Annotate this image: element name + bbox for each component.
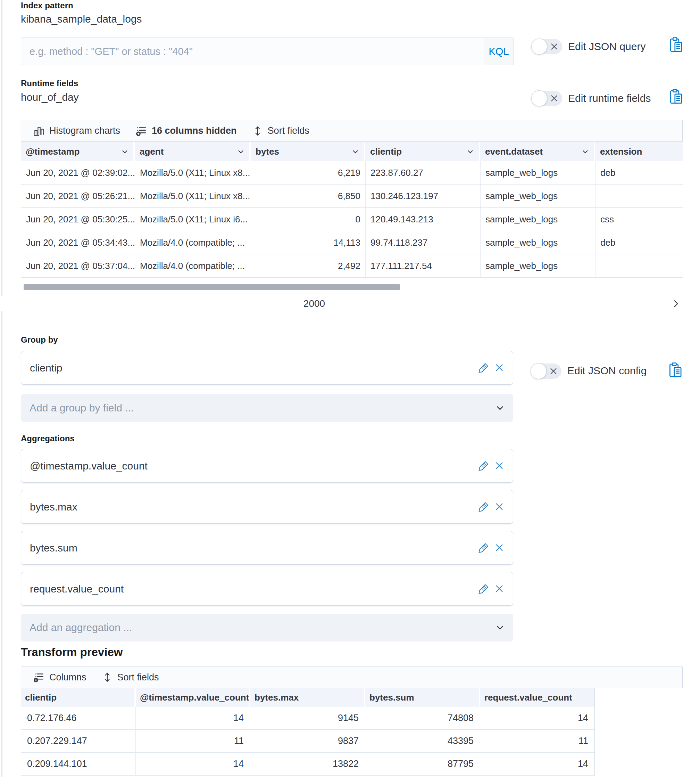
histogram-icon [33,125,45,137]
columns-hidden-button[interactable]: 16 columns hidden [135,125,237,137]
pagination-next-button[interactable] [668,296,683,311]
table-cell: css [595,208,683,231]
table-cell [595,184,683,207]
preview-table-row: 0.72.176.461491457480814 [21,707,595,730]
add-group-by-placeholder: Add a group by field ... [30,402,495,414]
column-header-label: bytes [255,146,352,157]
aggregation-item-label: bytes.sum [30,531,77,564]
edit-group-by-button[interactable] [477,362,489,374]
table-cell: Jun 20, 2021 @ 05:37:04.... [21,254,135,277]
chevron-right-icon [672,299,680,308]
group-by-item-label: clientip [30,351,62,384]
chevron-down-icon [582,148,589,155]
preview-column-header-@timestamp.value_count[interactable]: @timestamp.value_count [136,688,250,707]
add-aggregation-select[interactable]: Add an aggregation ... [21,614,513,642]
column-header-extension[interactable]: extension [595,142,683,161]
table-cell: Jun 20, 2021 @ 05:26:21.... [21,184,135,207]
source-grid-toolbar: Histogram charts 16 columns hidden Sort … [21,120,683,142]
pagination-pages: 12345…2000 [0,296,664,311]
toggle-knob [531,90,547,106]
table-cell: Mozilla/4.0 (compatible; ... [135,254,251,277]
table-cell: sample_web_logs [480,161,595,184]
aggregation-item: bytes.sum [21,531,513,565]
horizontal-scrollbar-thumb[interactable] [23,284,400,290]
edit-runtime-fields-toggle[interactable] [532,91,562,106]
aggregations-list: @timestamp.value_countbytes.maxbytes.sum… [21,449,513,613]
remove-group-by-button[interactable] [494,362,505,373]
edit-json-query-toggle[interactable] [532,39,562,54]
table-cell: sample_web_logs [480,208,595,231]
edit-json-config-toggle[interactable] [531,363,562,379]
preview-table-cell: 14 [136,753,250,775]
source-grid-header: @timestampagentbytesclientipevent.datase… [21,142,683,161]
histogram-charts-label: Histogram charts [49,125,120,136]
column-header-clientip[interactable]: clientip [365,142,480,161]
preview-table-cell: 0.209.144.101 [21,753,136,775]
edit-aggregation-button[interactable] [477,460,489,472]
table-cell: sample_web_logs [480,254,595,277]
cross-remove-icon [494,583,505,594]
query-bar: KQL [21,38,514,65]
preview-sort-fields-button[interactable]: Sort fields [102,672,159,683]
preview-toolbar: Columns Sort fields [21,667,683,688]
table-cell: Mozilla/4.0 (compatible; ... [135,231,251,254]
table-cell: Mozilla/5.0 (X11; Linux x8... [135,161,251,184]
edit-aggregation-button[interactable] [477,542,489,554]
preview-column-header-bytes.max[interactable]: bytes.max [250,688,365,707]
copy-to-clipboard-icon[interactable] [668,362,683,379]
preview-sort-fields-label: Sort fields [117,672,159,683]
preview-table-cell: 0.207.229.147 [21,730,136,752]
preview-column-header-bytes.sum[interactable]: bytes.sum [365,688,480,707]
preview-columns-button[interactable]: Columns [33,672,87,683]
preview-table-row: 0.207.229.1471198374339511 [21,730,595,753]
add-group-by-select[interactable]: Add a group by field ... [21,394,513,422]
kql-language-button[interactable]: KQL [484,38,513,65]
preview-column-header-clientip[interactable]: clientip [21,688,136,707]
column-header-label: agent [140,146,237,157]
chevron-down-icon [495,623,505,632]
chevron-down-icon [121,148,128,155]
column-header-agent[interactable]: agent [135,142,251,161]
sort-fields-button[interactable]: Sort fields [252,125,309,137]
table-row: Jun 20, 2021 @ 05:26:21....Mozilla/5.0 (… [21,184,683,208]
remove-aggregation-button[interactable] [494,583,505,594]
table-cell: Mozilla/5.0 (X11; Linux x8... [135,184,251,207]
aggregation-item: bytes.max [21,490,513,524]
preview-table-cell: 0.72.176.46 [21,707,136,729]
table-row: Jun 20, 2021 @ 02:39:02....Mozilla/5.0 (… [21,161,683,184]
remove-aggregation-button[interactable] [494,460,505,471]
cross-remove-icon [494,362,505,373]
copy-to-clipboard-icon[interactable] [669,89,684,105]
preview-column-header-request.value_count[interactable]: request.value_count [480,688,595,707]
index-pattern-value: kibana_sample_data_logs [21,13,142,25]
pencil-edit-icon [477,460,489,472]
edit-json-config-label: Edit JSON config [567,365,647,377]
remove-aggregation-button[interactable] [494,542,505,553]
aggregation-item: @timestamp.value_count [21,449,513,483]
edit-aggregation-button[interactable] [477,583,489,595]
table-cell: 223.87.60.27 [366,161,480,184]
sort-arrows-icon [252,125,263,137]
cross-remove-icon [494,460,505,471]
edit-aggregation-button[interactable] [477,501,489,513]
aggregations-label: Aggregations [21,434,75,443]
preview-table-cell: 14 [480,707,595,729]
edit-json-query-label: Edit JSON query [568,41,645,52]
column-header-event.dataset[interactable]: event.dataset [480,142,595,161]
table-cell: Jun 20, 2021 @ 02:39:02.... [21,161,135,184]
table-cell: 177.111.217.54 [366,254,480,277]
sort-arrows-icon [102,672,113,683]
pagination-page-2000[interactable]: 2000 [0,296,664,311]
copy-to-clipboard-icon[interactable] [669,37,684,53]
query-input[interactable] [21,38,484,65]
pagination: 12345…2000 [0,296,683,311]
remove-aggregation-button[interactable] [494,501,505,512]
column-header-@timestamp[interactable]: @timestamp [21,142,135,161]
histogram-charts-button[interactable]: Histogram charts [33,125,120,137]
toggle-off-x-icon [551,43,558,50]
aggregation-item-label: request.value_count [30,572,123,605]
table-cell: sample_web_logs [480,184,595,207]
column-header-bytes[interactable]: bytes [251,142,365,161]
chevron-down-icon [467,148,474,155]
table-cell: 0 [251,208,366,231]
